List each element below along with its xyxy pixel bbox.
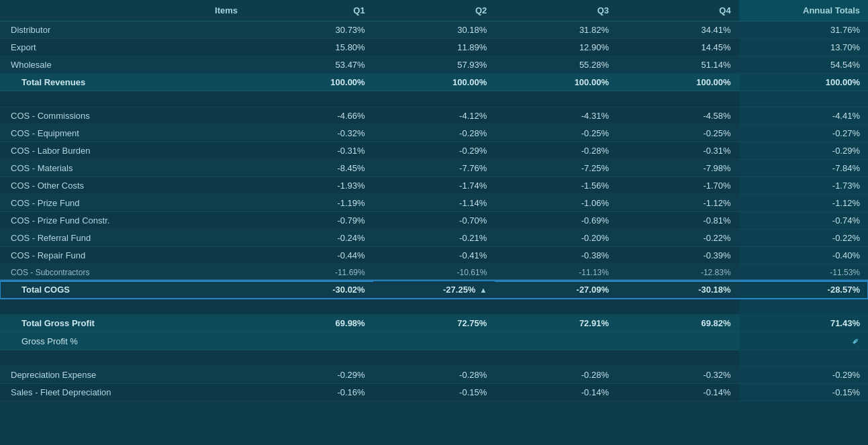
empty-cell bbox=[0, 299, 251, 315]
row-label: Export bbox=[0, 39, 251, 56]
row-value: -0.22% bbox=[739, 230, 868, 247]
row-value: 69.82% bbox=[617, 315, 739, 332]
col-header-q2: Q2 bbox=[373, 0, 495, 21]
empty-cell bbox=[251, 91, 373, 107]
row-label: Total Gross Profit bbox=[0, 315, 251, 332]
row-value: -4.41% bbox=[739, 107, 868, 125]
row-value: 12.90% bbox=[495, 39, 617, 56]
row-value: -0.20% bbox=[495, 230, 617, 247]
row-value: -7.25% bbox=[495, 160, 617, 177]
row-value: -0.70% bbox=[373, 212, 495, 230]
row-label: Total COGS bbox=[0, 281, 251, 299]
financial-table: Items Q1 Q2 Q3 Q4 Annual Totals Distribu… bbox=[0, 0, 868, 401]
row-value: -0.29% bbox=[739, 142, 868, 160]
row-value: 15.80% bbox=[251, 39, 373, 56]
row-label: COS - Other Costs bbox=[0, 177, 251, 195]
row-value: 31.82% bbox=[495, 21, 617, 39]
row-value: -0.69% bbox=[495, 212, 617, 230]
row-value: -27.09% bbox=[495, 281, 617, 299]
row-value: -30.02% bbox=[251, 281, 373, 299]
row-value: -1.19% bbox=[251, 195, 373, 212]
row-value: -0.22% bbox=[617, 230, 739, 247]
row-value: -0.15% bbox=[739, 384, 868, 401]
row-label: COS - Commissions bbox=[0, 107, 251, 125]
row-label: COS - Labor Burden bbox=[0, 142, 251, 160]
header-row: Items Q1 Q2 Q3 Q4 Annual Totals bbox=[0, 0, 868, 21]
col-header-q3: Q3 bbox=[495, 0, 617, 21]
financial-table-container: Items Q1 Q2 Q3 Q4 Annual Totals Distribu… bbox=[0, 0, 868, 445]
row-value: -1.93% bbox=[251, 177, 373, 195]
table-row: COS - Materials-8.45%-7.76%-7.25%-7.98%-… bbox=[0, 160, 868, 177]
row-value: -0.38% bbox=[495, 247, 617, 264]
row-value: -0.29% bbox=[373, 142, 495, 160]
row-label: COS - Prize Fund Constr. bbox=[0, 212, 251, 230]
row-value: -10.61% bbox=[373, 264, 495, 281]
row-value: -0.25% bbox=[495, 125, 617, 142]
row-value: 53.47% bbox=[251, 56, 373, 74]
table-row: Total Gross Profit69.98%72.75%72.91%69.8… bbox=[0, 315, 868, 332]
row-value: -1.70% bbox=[617, 177, 739, 195]
row-value: -0.39% bbox=[617, 247, 739, 264]
col-header-q4: Q4 bbox=[617, 0, 739, 21]
row-value: -0.14% bbox=[495, 384, 617, 401]
table-row: Wholesale53.47%57.93%55.28%51.14%54.54% bbox=[0, 56, 868, 74]
row-value: -1.14% bbox=[373, 195, 495, 212]
row-label: Wholesale bbox=[0, 56, 251, 74]
table-row: Gross Profit %✒ bbox=[0, 332, 868, 350]
table-row: COS - Equipment-0.32%-0.28%-0.25%-0.25%-… bbox=[0, 125, 868, 142]
table-row: Export15.80%11.89%12.90%14.45%13.70% bbox=[0, 39, 868, 56]
row-value: ✒ bbox=[739, 332, 868, 350]
row-value: -0.79% bbox=[251, 212, 373, 230]
table-row bbox=[0, 299, 868, 315]
row-value: -7.84% bbox=[739, 160, 868, 177]
row-value: -11.13% bbox=[495, 264, 617, 281]
row-value: -0.28% bbox=[495, 366, 617, 384]
row-value: -1.74% bbox=[373, 177, 495, 195]
row-value: 51.14% bbox=[617, 56, 739, 74]
col-header-annual: Annual Totals bbox=[739, 0, 868, 21]
row-value: 100.00% bbox=[251, 74, 373, 91]
table-row: COS - Subcontractors-11.69%-10.61%-11.13… bbox=[0, 264, 868, 281]
table-row: COS - Referral Fund-0.24%-0.21%-0.20%-0.… bbox=[0, 230, 868, 247]
col-header-q1: Q1 bbox=[251, 0, 373, 21]
row-value: 100.00% bbox=[373, 74, 495, 91]
row-value: 55.28% bbox=[495, 56, 617, 74]
empty-cell bbox=[373, 350, 495, 366]
empty-cell bbox=[617, 299, 739, 315]
row-value: 14.45% bbox=[617, 39, 739, 56]
row-value: -0.28% bbox=[373, 366, 495, 384]
row-value: -12.83% bbox=[617, 264, 739, 281]
row-value: 34.41% bbox=[617, 21, 739, 39]
row-label: COS - Referral Fund bbox=[0, 230, 251, 247]
row-value: -0.21% bbox=[373, 230, 495, 247]
row-value: -0.24% bbox=[251, 230, 373, 247]
row-value bbox=[617, 332, 739, 350]
row-value: 57.93% bbox=[373, 56, 495, 74]
empty-cell bbox=[373, 299, 495, 315]
empty-cell bbox=[739, 91, 868, 107]
empty-cell bbox=[617, 91, 739, 107]
row-label: Total Revenues bbox=[0, 74, 251, 91]
empty-cell bbox=[617, 350, 739, 366]
row-value: -0.14% bbox=[617, 384, 739, 401]
row-value: -7.98% bbox=[617, 160, 739, 177]
table-row bbox=[0, 350, 868, 366]
row-value: -7.76% bbox=[373, 160, 495, 177]
row-value: -11.69% bbox=[251, 264, 373, 281]
table-row: COS - Prize Fund-1.19%-1.14%-1.06%-1.12%… bbox=[0, 195, 868, 212]
row-value bbox=[373, 332, 495, 350]
row-value: -4.58% bbox=[617, 107, 739, 125]
col-header-items: Items bbox=[0, 0, 251, 21]
table-row: Total Revenues100.00%100.00%100.00%100.0… bbox=[0, 74, 868, 91]
row-value: 72.91% bbox=[495, 315, 617, 332]
table-row: COS - Commissions-4.66%-4.12%-4.31%-4.58… bbox=[0, 107, 868, 125]
empty-cell bbox=[251, 350, 373, 366]
row-value: 31.76% bbox=[739, 21, 868, 39]
row-value: -0.81% bbox=[617, 212, 739, 230]
table-row: Depreciation Expense-0.29%-0.28%-0.28%-0… bbox=[0, 366, 868, 384]
row-value: -0.32% bbox=[617, 366, 739, 384]
row-value: 69.98% bbox=[251, 315, 373, 332]
row-value bbox=[251, 332, 373, 350]
empty-cell bbox=[0, 350, 251, 366]
row-value: -28.57% bbox=[739, 281, 868, 299]
